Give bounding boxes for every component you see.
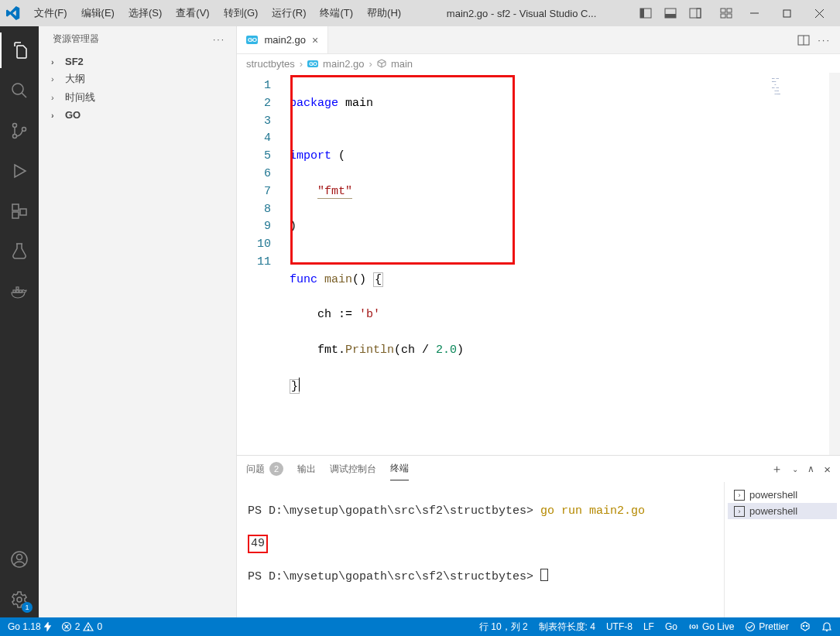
svg-rect-27 (16, 287, 19, 289)
svg-marker-19 (15, 165, 26, 177)
shell-icon: › (734, 490, 745, 501)
panel-tabs: 问题 2 输出 调试控制台 终端 ＋ ⌄ ∧ × (237, 456, 840, 482)
svg-point-39 (746, 623, 755, 631)
status-prettier[interactable]: Prettier (745, 621, 789, 632)
terminal-list-item[interactable]: ›powershell (728, 503, 837, 519)
tab-main2-go[interactable]: GO main2.go × (237, 26, 328, 53)
status-problems[interactable]: 2 0 (61, 621, 102, 632)
status-eol[interactable]: LF (643, 621, 654, 632)
terminal-cursor (540, 569, 548, 581)
menu-terminal[interactable]: 终端(T) (314, 3, 359, 23)
activity-bar: 1 (0, 26, 39, 617)
status-language[interactable]: Go (665, 621, 677, 632)
tree-item-outline[interactable]: ›大纲 (39, 70, 236, 88)
minimize-button[interactable] (738, 2, 770, 25)
window-controls (738, 2, 835, 25)
maximize-button[interactable] (770, 2, 803, 25)
code-area[interactable]: package main import ( "fmt" ) func main(… (282, 73, 840, 455)
svg-point-30 (17, 597, 22, 602)
activity-settings-icon[interactable]: 1 (0, 582, 39, 617)
split-editor-icon[interactable] (797, 34, 810, 46)
editor-more-icon[interactable]: ··· (818, 34, 831, 46)
sidebar-more-icon[interactable]: ··· (213, 34, 225, 45)
status-tab-size[interactable]: 制表符长度: 4 (539, 621, 595, 634)
terminal-list-item[interactable]: ›powershell (728, 487, 837, 503)
status-go-live[interactable]: Go Live (688, 621, 734, 632)
svg-rect-6 (721, 9, 725, 12)
toggle-secondary-icon[interactable] (685, 3, 705, 23)
activity-debug-icon[interactable] (0, 153, 39, 189)
menu-view[interactable]: 查看(V) (170, 3, 215, 23)
breadcrumbs[interactable]: structbytes › GO main2.go › main (237, 54, 840, 73)
tree-label: SF2 (65, 56, 84, 67)
activity-docker-icon[interactable] (0, 274, 39, 309)
status-go-version[interactable]: Go 1.18 (8, 621, 52, 632)
status-ln-col[interactable]: 行 10，列 2 (479, 621, 528, 634)
editor[interactable]: 1234567891011 package main import ( "fmt… (237, 73, 840, 455)
svg-point-17 (13, 135, 17, 138)
svg-rect-11 (783, 10, 790, 17)
new-terminal-icon[interactable]: ＋ (771, 462, 783, 477)
svg-point-37 (88, 629, 89, 630)
customize-layout-icon[interactable] (716, 3, 736, 23)
activity-search-icon[interactable] (0, 73, 39, 108)
layout-controls (636, 3, 736, 23)
toggle-sidebar-icon[interactable] (636, 3, 656, 23)
svg-point-38 (692, 625, 695, 628)
status-bell-icon[interactable] (821, 621, 832, 632)
gutter: 1234567891011 (237, 73, 282, 455)
close-button[interactable] (803, 2, 835, 25)
toggle-panel-icon[interactable] (660, 3, 681, 23)
status-feedback-icon[interactable] (800, 621, 811, 632)
terminal-dropdown-icon[interactable]: ⌄ (792, 465, 798, 474)
vscode-logo-icon (5, 5, 22, 22)
sidebar-explorer: 资源管理器 ··· ›SF2 ›大纲 ›时间线 ›GO (39, 26, 237, 617)
go-file-icon: GO (246, 36, 258, 44)
activity-extensions-icon[interactable] (0, 193, 39, 229)
activity-account-icon[interactable] (0, 542, 39, 577)
status-bar: Go 1.18 2 0 行 10，列 2 制表符长度: 4 UTF-8 LF G… (0, 617, 840, 636)
svg-rect-21 (12, 212, 19, 218)
tree-label: 时间线 (65, 91, 95, 104)
panel-tab-terminal[interactable]: 终端 (390, 457, 409, 480)
minimap[interactable]: ▬▬ ▬▬▬▬▬ ▬▬▬ ▬▬ ▬▬▬ ▬▬▬▬ (772, 77, 818, 116)
activity-scm-icon[interactable] (0, 113, 39, 149)
main-area: 1 资源管理器 ··· ›SF2 ›大纲 ›时间线 ›GO GO main2.g… (0, 26, 840, 617)
breadcrumb-symbol[interactable]: main (391, 58, 413, 70)
panel-tab-output[interactable]: 输出 (297, 458, 316, 480)
terminal[interactable]: PS D:\mysetup\gopath\src\sf2\structbytes… (237, 482, 724, 617)
symbol-icon (377, 59, 386, 68)
panel-tab-problems[interactable]: 问题 2 (246, 457, 283, 480)
close-panel-icon[interactable]: × (824, 463, 831, 476)
svg-rect-1 (640, 9, 644, 18)
shell-icon: › (734, 506, 745, 517)
window-title: main2.go - sf2 - Visual Studio C... (409, 8, 634, 19)
tree-item-timeline[interactable]: ›时间线 (39, 88, 236, 107)
maximize-panel-icon[interactable]: ∧ (807, 463, 814, 474)
svg-point-18 (22, 128, 26, 132)
activity-explorer-icon[interactable] (0, 32, 39, 68)
menu-help[interactable]: 帮助(H) (361, 3, 407, 23)
sidebar-title: 资源管理器 (53, 32, 99, 46)
svg-point-41 (806, 625, 807, 626)
tree-item-go[interactable]: ›GO (39, 107, 236, 123)
breadcrumb-file[interactable]: main2.go (323, 58, 364, 70)
menu-go[interactable]: 转到(G) (218, 3, 265, 23)
svg-point-16 (13, 124, 17, 128)
panel-tab-debug[interactable]: 调试控制台 (330, 458, 376, 480)
menu-file[interactable]: 文件(F) (28, 3, 74, 23)
tab-close-icon[interactable]: × (312, 34, 318, 46)
svg-rect-7 (727, 9, 732, 12)
menu-run[interactable]: 运行(R) (266, 3, 312, 23)
status-encoding[interactable]: UTF-8 (606, 621, 633, 632)
breadcrumb-folder[interactable]: structbytes (246, 58, 295, 70)
menu-edit[interactable]: 编辑(E) (75, 3, 121, 23)
terminal-output-highlight: 49 (248, 535, 268, 553)
tree-item-sf2[interactable]: ›SF2 (39, 53, 236, 70)
editor-scrollbar[interactable] (829, 73, 840, 455)
svg-point-14 (12, 84, 23, 94)
svg-line-15 (22, 93, 26, 97)
activity-test-icon[interactable] (0, 234, 39, 269)
go-file-icon: GO (307, 60, 318, 67)
menu-selection[interactable]: 选择(S) (122, 3, 168, 23)
